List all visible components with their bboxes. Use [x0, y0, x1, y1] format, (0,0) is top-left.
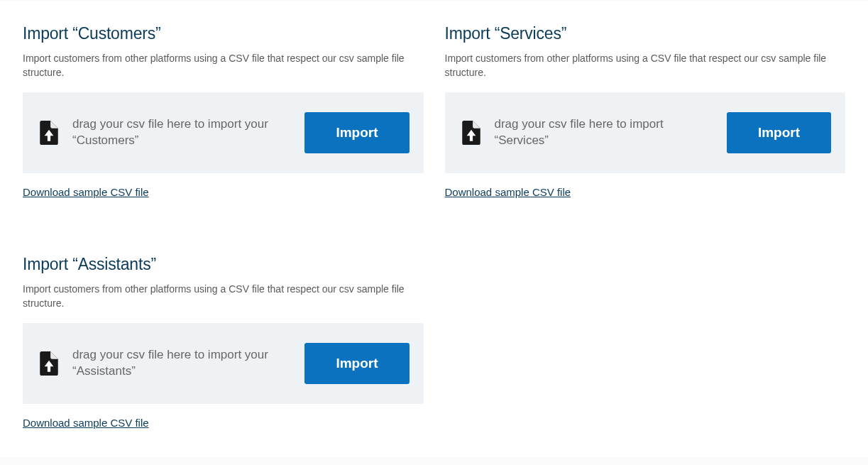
import-button[interactable]: Import	[727, 112, 831, 153]
dropzone-text: drag your csv file here to import your “…	[72, 347, 278, 380]
csv-dropzone[interactable]: drag your csv file here to import your “…	[23, 323, 424, 404]
import-card-customers: Import “Customers” Import customers from…	[23, 24, 424, 198]
card-description: Import customers from other platforms us…	[445, 52, 842, 80]
dropzone-text: drag your csv file here to import your “…	[72, 116, 278, 149]
import-card-assistants: Import “Assistants” Import customers fro…	[23, 255, 424, 429]
card-description: Import customers from other platforms us…	[23, 283, 420, 310]
import-button[interactable]: Import	[304, 112, 409, 153]
csv-dropzone[interactable]: drag your csv file here to import your “…	[23, 92, 424, 173]
card-title: Import “Assistants”	[23, 255, 424, 274]
import-card-services: Import “Services” Import customers from …	[445, 24, 846, 198]
file-upload-icon	[40, 351, 58, 376]
import-button[interactable]: Import	[304, 343, 409, 384]
dropzone-content: drag your csv file here to import your “…	[40, 347, 293, 380]
file-upload-icon	[462, 121, 480, 145]
download-sample-link[interactable]: Download sample CSV file	[445, 186, 571, 198]
download-sample-link[interactable]: Download sample CSV file	[23, 186, 149, 198]
dropzone-text: drag your csv file here to import “Servi…	[495, 116, 701, 149]
import-page: Import “Customers” Import customers from…	[0, 1, 868, 457]
dropzone-content: drag your csv file here to import “Servi…	[462, 116, 715, 149]
card-description: Import customers from other platforms us…	[23, 52, 420, 80]
card-title: Import “Services”	[445, 24, 846, 43]
file-upload-icon	[40, 121, 58, 145]
csv-dropzone[interactable]: drag your csv file here to import “Servi…	[445, 92, 846, 173]
download-sample-link[interactable]: Download sample CSV file	[23, 417, 149, 429]
dropzone-content: drag your csv file here to import your “…	[40, 116, 293, 149]
card-title: Import “Customers”	[23, 24, 424, 43]
